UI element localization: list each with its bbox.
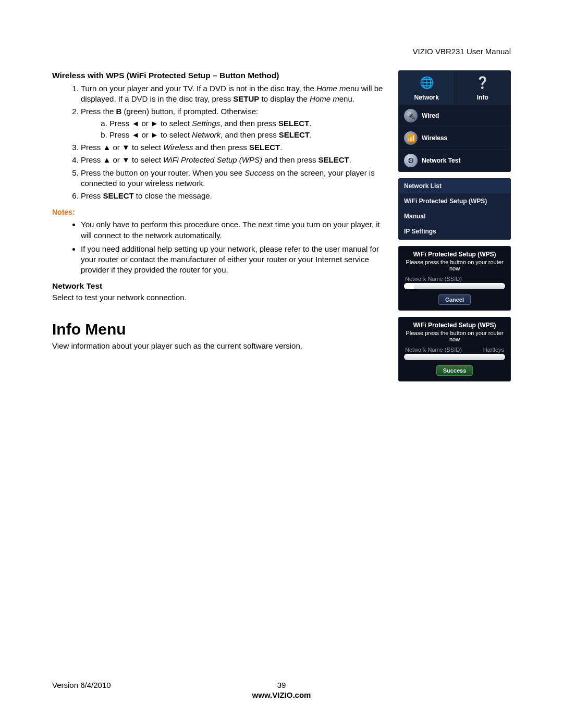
step-2: Press the B (green) button, if prompted.…: [81, 106, 389, 140]
tab-label: Info: [455, 94, 511, 101]
field-label: Network Name (SSID): [405, 276, 462, 282]
doc-header: VIZIO VBR231 User Manual: [52, 47, 511, 56]
section-title: Wireless with WPS (WiFi Protected Setup …: [52, 70, 389, 81]
emph: Home m: [316, 84, 346, 93]
footer-version: Version 6/4/2010: [52, 681, 205, 689]
progress-bar: [404, 283, 505, 289]
step-5: Press the button on your router. When yo…: [81, 168, 389, 189]
globe-icon: 🌐: [418, 74, 435, 92]
network-test-body: Select to test your network connection.: [52, 292, 389, 303]
bold: SELECT: [103, 191, 134, 200]
text: Turn on your player and your TV. If a DV…: [81, 84, 316, 93]
text: to display the: [259, 94, 310, 103]
text: Press ▲ or ▼ to select: [81, 155, 163, 164]
step-3: Press ▲ or ▼ to select Wireless and then…: [81, 142, 389, 153]
dialog-title: WiFi Protected Setup (WPS): [403, 251, 506, 258]
text: Press: [81, 191, 103, 200]
screenshots-column: 🌐 Network ❔ Info 🔌 Wired 📶 Wi: [398, 70, 511, 381]
emph: Home m: [310, 94, 339, 103]
text: .: [310, 130, 312, 139]
step-1: Turn on your player and your TV. If a DV…: [81, 83, 389, 105]
text: enu.: [339, 94, 354, 103]
menu-item-ip-settings[interactable]: IP Settings: [399, 224, 510, 239]
screenshot-wps-success: WiFi Protected Setup (WPS) Please press …: [398, 317, 511, 381]
step-6: Press SELECT to close the message.: [81, 191, 389, 201]
gear-icon: ⚙: [404, 154, 418, 167]
text: to close the message.: [134, 191, 212, 200]
screenshot-wps-waiting: WiFi Protected Setup (WPS) Please press …: [398, 246, 511, 311]
bold: SETUP: [233, 94, 259, 103]
menu-item-wireless[interactable]: 📶 Wireless: [399, 127, 510, 149]
screenshot-wireless-submenu: Network List WiFi Protected Setup (WPS) …: [398, 178, 511, 240]
tab-label: Network: [399, 94, 455, 101]
wifi-icon: 📶: [404, 131, 418, 145]
steps-list: Turn on your player and your TV. If a DV…: [52, 83, 389, 202]
help-icon: ❔: [474, 74, 492, 92]
progress-bar: [404, 354, 505, 360]
step-4: Press ▲ or ▼ to select WiFi Protected Se…: [81, 155, 389, 165]
step-2a: Press ◄ or ► to select Settings, and the…: [109, 118, 389, 129]
menu-item-network-list[interactable]: Network List: [399, 179, 510, 194]
plug-icon: 🔌: [404, 109, 418, 122]
bold: SELECT: [279, 130, 310, 139]
menu-item-label: Wired: [422, 112, 439, 119]
network-test-heading: Network Test: [52, 281, 389, 292]
info-menu-heading: Info Menu: [52, 319, 389, 340]
note-2: If you need additional help setting up y…: [81, 244, 389, 276]
text: Press ▲ or ▼ to select: [81, 143, 163, 152]
footer-url: www.VIZIO.com: [52, 690, 511, 699]
text: Press ◄ or ► to select: [109, 119, 192, 128]
notes-label: Notes:: [52, 207, 389, 217]
emph: WiFi Protected Setup (WPS): [163, 155, 262, 164]
menu-item-manual[interactable]: Manual: [399, 209, 510, 224]
dialog-title: WiFi Protected Setup (WPS): [403, 322, 506, 329]
bold: SELECT: [278, 119, 309, 128]
emph: Success: [244, 168, 274, 177]
text: and then press: [262, 155, 319, 164]
dialog-subtitle: Please press the button on your router n…: [403, 330, 506, 342]
emph: Settings: [192, 119, 220, 128]
text: , and then press: [220, 119, 278, 128]
text: Press ◄ or ► to select: [109, 130, 192, 139]
tab-info[interactable]: ❔ Info: [455, 71, 511, 104]
cancel-button[interactable]: Cancel: [438, 294, 471, 305]
menu-item-label: Wireless: [422, 134, 447, 142]
page-footer: Version 6/4/2010 39 www.VIZIO.com: [52, 681, 511, 699]
menu-item-wired[interactable]: 🔌 Wired: [399, 104, 510, 127]
text: (green) button, if prompted. Otherwise:: [121, 107, 258, 116]
text: Press the button on your router. When yo…: [81, 168, 244, 177]
emph: Network: [192, 130, 221, 139]
text: and then press: [193, 143, 249, 152]
text: , and then press: [221, 130, 279, 139]
step-2b: Press ◄ or ► to select Network, and then…: [109, 130, 389, 140]
screenshot-network-menu: 🌐 Network ❔ Info 🔌 Wired 📶 Wi: [398, 70, 511, 172]
text: .: [349, 155, 351, 164]
dialog-subtitle: Please press the button on your router n…: [403, 259, 506, 272]
field-label: Network Name (SSID): [405, 347, 462, 353]
text: Press the: [81, 107, 116, 116]
main-content: Wireless with WPS (WiFi Protected Setup …: [52, 70, 389, 381]
bold: SELECT: [319, 155, 349, 164]
bold: B: [116, 107, 122, 116]
menu-item-label: Network Test: [422, 157, 460, 164]
bold: SELECT: [249, 143, 280, 152]
info-menu-body: View information about your player such …: [52, 341, 389, 351]
substeps-list: Press ◄ or ► to select Settings, and the…: [81, 118, 389, 141]
text: .: [309, 119, 311, 128]
tab-network[interactable]: 🌐 Network: [399, 71, 455, 104]
text: .: [280, 143, 282, 152]
note-1: You only have to perform this procedure …: [81, 219, 389, 241]
menu-item-wps[interactable]: WiFi Protected Setup (WPS): [399, 194, 510, 209]
footer-page-number: 39: [205, 681, 358, 689]
menu-item-network-test[interactable]: ⚙ Network Test: [399, 149, 510, 171]
field-value: Hartleys: [483, 347, 504, 353]
emph: Wireless: [163, 143, 193, 152]
success-button[interactable]: Success: [436, 365, 473, 376]
notes-list: You only have to perform this procedure …: [52, 219, 389, 275]
